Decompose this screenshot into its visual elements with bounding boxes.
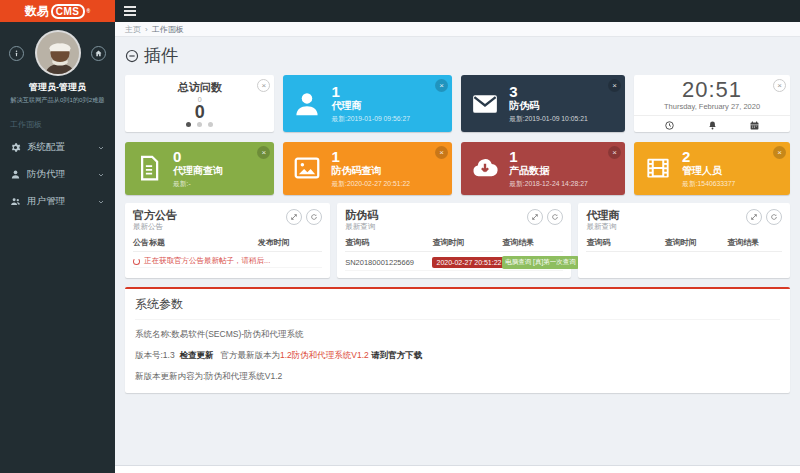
column-header: 发布时间 [258, 237, 322, 248]
stat-value: 1 [331, 148, 410, 165]
stat-value: 3 [509, 83, 588, 100]
user-name: 管理员-管理员 [0, 81, 115, 94]
latest-version-label: 官方最新版本为 [221, 350, 281, 360]
visitor-card-value: 0 [125, 103, 274, 123]
stat-label: 代理商 [331, 100, 410, 112]
announcement-panel: 官方公告 最新公告 公告标题 发布时间 [125, 203, 330, 278]
cloud-download-icon [470, 153, 500, 183]
stat-meta: 最新:2020-02-27 20:51:22 [331, 179, 410, 189]
stat-label: 防伪码 [509, 100, 588, 112]
logo-registered-mark: ® [87, 8, 91, 14]
close-icon[interactable]: × [257, 146, 270, 159]
panel-title: 代理商 [586, 209, 619, 222]
column-header: 查询时间 [432, 237, 502, 248]
agent-panel: 代理商 最新查询 查询码 查询时间 查询结果 [578, 203, 790, 278]
breadcrumb-current: 工作面板 [152, 24, 184, 35]
stat-label: 管理人员 [682, 165, 735, 177]
expand-icon[interactable] [286, 209, 302, 225]
collapse-icon[interactable] [125, 49, 139, 63]
close-icon[interactable]: × [608, 79, 621, 92]
close-icon[interactable]: × [608, 146, 621, 159]
bell-icon[interactable] [707, 120, 718, 131]
expand-icon[interactable] [527, 209, 543, 225]
query-result-badge: 电脑查询 [真]第一次查询 [502, 256, 578, 269]
sidebar: 数易 CMS ® 管理员-管理员 解决互联网产品从0到1的0到2 [0, 0, 115, 473]
product-data-stat-card: 1 产品数据 最新:2018-12-24 14:28:27 × [461, 142, 625, 195]
code-query-stat-card: 1 防伪码查询 最新:2020-02-27 20:51:22 × [283, 142, 452, 195]
clock-date: Thursday, February 27, 2020 [634, 102, 790, 111]
update-content-line: 新版本更新内容为:防伪和代理系统V1.2 [135, 371, 780, 383]
home-icon[interactable] [91, 46, 106, 61]
column-header: 公告标题 [133, 237, 258, 248]
refresh-icon[interactable] [766, 209, 782, 225]
stat-row-1: × 总访问数 0 0 1 代理商 最新:2019-01-09 09:56:27 [125, 75, 790, 132]
close-icon[interactable]: × [435, 79, 448, 92]
close-icon[interactable]: × [773, 79, 786, 92]
calendar-icon[interactable] [749, 120, 760, 131]
expand-icon[interactable] [746, 209, 762, 225]
info-icon[interactable] [9, 46, 24, 61]
logo-cms-badge: CMS [51, 4, 85, 19]
stat-meta: 最新:2018-12-24 14:28:27 [509, 179, 588, 189]
check-update-link[interactable]: 检查更新 [179, 350, 213, 360]
column-header: 查询时间 [665, 237, 728, 248]
system-parameters-panel: 系统参数 系统名称:数易软件(SECMS)-防伪和代理系统 版本号:1.3 检查… [125, 287, 790, 393]
column-header: 查询码 [345, 237, 432, 248]
chevron-down-icon [97, 198, 105, 206]
stat-value: 0 [173, 148, 223, 165]
loading-notice: 正在获取官方公告最新帖子，请稍后... [133, 256, 270, 266]
logo-text: 数易 [25, 3, 49, 20]
agent-stat-card: 1 代理商 最新:2019-01-09 09:56:27 × [283, 75, 452, 132]
query-time-badge: 2020-02-27 20:51:22 [432, 257, 505, 268]
stat-value: 1 [509, 148, 588, 165]
visitor-counter-card: × 总访问数 0 0 [125, 75, 274, 132]
close-icon[interactable]: × [773, 146, 786, 159]
sidebar-item-label: 用户管理 [27, 195, 65, 208]
file-icon [134, 153, 164, 183]
sidebar-item-label: 防伪代理 [27, 168, 65, 181]
app-logo[interactable]: 数易 CMS ® [0, 0, 115, 22]
system-name-line: 系统名称:数易软件(SECMS)-防伪和代理系统 [135, 329, 780, 341]
breadcrumb-separator: › [145, 25, 148, 34]
stat-label: 产品数据 [509, 165, 588, 177]
stat-label: 防伪码查询 [331, 165, 410, 177]
chevron-down-icon [97, 171, 105, 179]
stat-meta: 最新:2019-01-09 09:56:27 [331, 114, 410, 124]
user-icon [10, 169, 21, 180]
user-tagline: 解决互联网产品从0到1的0到2难题 [3, 96, 112, 105]
latest-version-value: 1.2防伪和代理系统V1.2 [280, 350, 369, 360]
refresh-icon[interactable] [547, 209, 563, 225]
close-icon[interactable]: × [435, 146, 448, 159]
agent-query-stat-card: 0 代理商查询 最新:- × [125, 142, 274, 195]
carousel-dot[interactable] [208, 122, 213, 127]
sidebar-user-panel: 管理员-管理员 解决互联网产品从0到1的0到2难题 [0, 22, 115, 111]
avatar [35, 30, 81, 76]
panel-row: 官方公告 最新公告 公告标题 发布时间 [125, 203, 790, 278]
sidebar-item-anti-fake-agent[interactable]: 防伪代理 [0, 161, 115, 188]
carousel-dot[interactable] [186, 122, 191, 127]
sidebar-item-label: 系统配置 [27, 141, 65, 154]
refresh-icon[interactable] [306, 209, 322, 225]
sidebar-item-system-config[interactable]: 系统配置 [0, 134, 115, 161]
carousel-dot[interactable] [197, 122, 202, 127]
official-download-link[interactable]: 请到官方下载 [371, 350, 422, 360]
panel-title: 官方公告 [133, 209, 177, 222]
clock-card: × 20:51 Thursday, February 27, 2020 [634, 75, 790, 132]
menu-icon[interactable] [124, 4, 136, 18]
clock-icon[interactable] [664, 120, 675, 131]
sidebar-item-user-management[interactable]: 用户管理 [0, 188, 115, 215]
gear-icon [10, 142, 21, 153]
stat-meta: 最新:1540633377 [682, 179, 735, 189]
user-icon [292, 89, 322, 119]
dashboard-page: 数易 CMS ® 管理员-管理员 解决互联网产品从0到1的0到2 [0, 0, 800, 473]
image-icon [292, 153, 322, 183]
breadcrumb-home[interactable]: 主页 [125, 24, 141, 35]
version-line: 版本号:1.3 检查更新 官方最新版本为1.2防伪和代理系统V1.2 请到官方下… [135, 350, 780, 362]
query-code: SN20180001225669 [345, 258, 432, 267]
users-icon [10, 196, 21, 207]
page-title-row: 插件 [125, 44, 790, 67]
stat-meta: 最新:2019-01-09 10:05:21 [509, 114, 588, 124]
panel-title: 防伪码 [345, 209, 378, 222]
anti-fake-code-panel: 防伪码 最新查询 查询码 查询时间 查询结果 SN20180 [337, 203, 571, 278]
clock-time: 20:51 [634, 78, 790, 102]
